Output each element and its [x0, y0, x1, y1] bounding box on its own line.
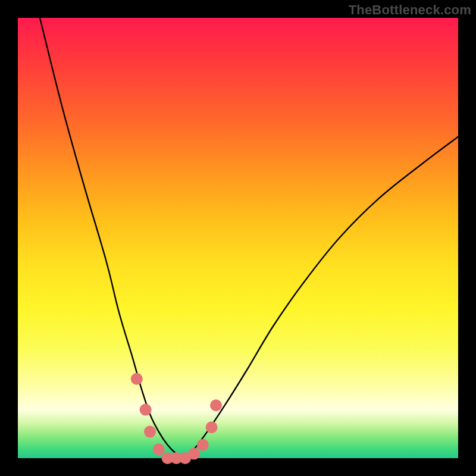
highlight-dot	[144, 426, 156, 438]
highlight-dot	[131, 373, 143, 385]
series-left-branch	[40, 18, 185, 458]
highlight-dot	[206, 421, 218, 433]
marker-layer	[131, 373, 222, 464]
chart-svg	[0, 0, 476, 476]
curve-layer	[40, 18, 458, 458]
highlight-dot	[197, 439, 209, 451]
highlight-dot	[210, 399, 222, 411]
watermark-text: TheBottleneck.com	[349, 2, 471, 18]
highlight-dot	[153, 443, 165, 455]
highlight-dot	[188, 448, 200, 460]
highlight-dot	[140, 404, 152, 416]
chart-frame: TheBottleneck.com	[0, 0, 476, 476]
series-right-branch	[185, 137, 458, 458]
